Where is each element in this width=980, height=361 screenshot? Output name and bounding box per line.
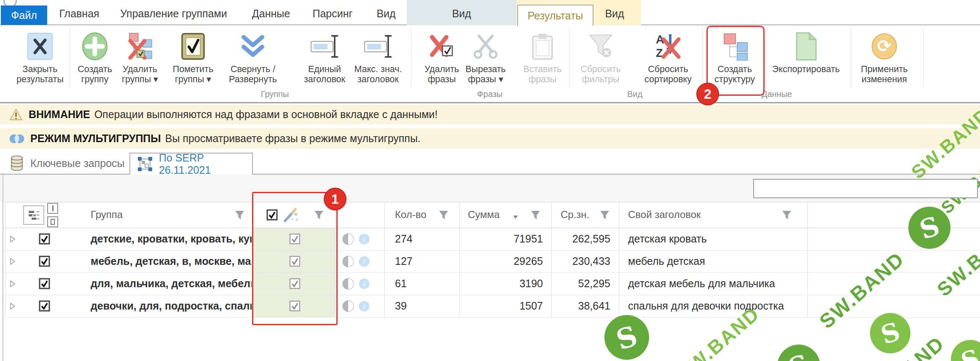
close-results-button[interactable]: Закрытьрезультаты [8, 27, 72, 100]
row-count-value: 274 [395, 233, 458, 245]
select-all-checkbox[interactable] [266, 209, 278, 222]
warning-title: ВНИМАНИЕ [29, 108, 90, 121]
delete-phrases-button[interactable]: Удалитьфразы [419, 27, 464, 100]
delete-groups-icon [127, 29, 153, 64]
max-title-button[interactable]: Макс. знач.заголовок [352, 27, 405, 100]
row-checkbox[interactable] [39, 233, 50, 246]
row-checkbox[interactable] [39, 256, 50, 269]
expander-icon[interactable] [9, 258, 16, 267]
svg-text:⟳: ⟳ [877, 36, 891, 56]
filter-custom-title-icon[interactable] [781, 210, 792, 222]
ribbon-group-separator [702, 29, 703, 88]
info-icon[interactable]: i [359, 234, 370, 246]
delete-groups-label: группы ▾ [122, 74, 158, 84]
row-checked-checkbox[interactable] [289, 278, 301, 291]
mark-groups-button[interactable]: Пометитьгруппы ▾ [166, 27, 220, 100]
create-group-label: Создать [78, 64, 112, 74]
filter-group-icon[interactable] [234, 210, 245, 222]
table-row[interactable]: девочки, для, подростка, спальня, кi3915… [5, 295, 980, 317]
tab-parsing[interactable]: Парсинг [312, 8, 352, 20]
tab-keyword-queries[interactable]: Ключевые запросы [3, 154, 125, 173]
row-checkbox[interactable] [39, 300, 50, 313]
row-sum-value: 1507 [468, 300, 543, 312]
create-group-button[interactable]: Создатьгруппу [70, 27, 119, 100]
expander-icon[interactable] [9, 280, 16, 289]
row-height-toggle-2[interactable] [47, 216, 58, 227]
serp-icon [137, 156, 153, 172]
export-button[interactable]: Экспортировать [765, 27, 847, 100]
row-group-text: девочки, для, подростка, спальня, к [91, 300, 252, 312]
cut-phrases-button[interactable]: Вырезатьфразы ▾ [461, 27, 510, 100]
row-custom-title-value: спальня для девочки подростка [628, 300, 805, 312]
half-circle-icon[interactable] [342, 300, 354, 314]
single-title-button[interactable]: Единыйзаголовок [297, 27, 352, 100]
collapse-expand-button[interactable]: Свернуть /Развернуть [223, 27, 283, 100]
reset-filters-button: Сброситьфильтры [576, 27, 625, 100]
search-input[interactable] [754, 180, 977, 197]
filter-avg-icon[interactable] [599, 210, 610, 222]
close-results-icon [27, 29, 53, 64]
reset-sorting-label: сортировку [644, 74, 692, 84]
tab-serp-results[interactable]: По SERP 26.11.2021 [129, 153, 253, 175]
row-avg-value: 38,641 [552, 300, 610, 312]
ribbon-group-label: Данные [762, 89, 792, 99]
row-sum-value: 3190 [468, 277, 543, 290]
max-title-label: Макс. знач. [354, 64, 402, 74]
info-icon[interactable]: i [359, 301, 370, 313]
sort-desc-icon[interactable] [513, 213, 518, 221]
svg-text:i: i [363, 235, 365, 243]
table-row[interactable]: мебель, детская, в, москве, магазинi1272… [5, 250, 980, 272]
row-checked-checkbox[interactable] [289, 233, 301, 246]
row-avg-value: 52,295 [552, 277, 610, 290]
ribbon-toolbar: ЗакрытьрезультатыСоздатьгруппуУдалитьгру… [0, 25, 980, 103]
reset-sorting-button[interactable]: AZСброситьсортировку [636, 27, 701, 100]
collapse-expand-label: Свернуть / [231, 64, 275, 74]
ribbon-group-label: Группы [261, 89, 289, 99]
column-header-avg: Ср.зн. [561, 209, 589, 221]
row-checkbox[interactable] [39, 278, 50, 291]
grid-options-button[interactable] [23, 205, 44, 225]
auto-mark-wand-icon[interactable] [282, 207, 299, 225]
row-checked-checkbox[interactable] [289, 256, 301, 269]
row-count-value: 39 [395, 300, 458, 312]
grid-left-border [3, 175, 3, 361]
tab-serp-results-label: По SERP 26.11.2021 [159, 152, 252, 176]
apply-changes-label: изменения [862, 74, 907, 84]
reset-filters-label: фильтры [582, 74, 619, 84]
half-circle-icon[interactable] [342, 256, 354, 269]
table-row[interactable]: детские, кроватки, кровать, купить,i2747… [5, 228, 980, 250]
tab-group-management[interactable]: Управление группами [120, 8, 227, 20]
tab-data[interactable]: Данные [252, 8, 290, 20]
expander-icon[interactable] [9, 235, 16, 245]
half-circle-icon[interactable] [342, 278, 354, 291]
expander-icon[interactable] [9, 302, 16, 312]
tab-results[interactable]: Результаты [517, 5, 593, 26]
delete-groups-button[interactable]: Удалитьгруппы ▾ [116, 27, 164, 100]
row-height-toggle-1[interactable] [47, 203, 58, 214]
tab-view-1[interactable]: Вид [376, 8, 395, 20]
paste-phrases-button: Вставитьфразы [519, 27, 566, 100]
tab-keyword-queries-label: Ключевые запросы [30, 157, 125, 170]
row-sum-value: 71951 [468, 233, 543, 245]
grid-row-border [5, 317, 980, 318]
tab-view-2[interactable]: Вид [452, 8, 471, 20]
row-checked-cell [253, 295, 335, 317]
row-checked-checkbox[interactable] [289, 300, 301, 313]
tab-view-3[interactable]: Вид [605, 8, 624, 20]
filter-count-icon[interactable] [438, 210, 449, 222]
ribbon-group-separator [923, 29, 924, 88]
info-icon[interactable]: i [359, 256, 370, 269]
mark-groups-label: группы ▾ [175, 74, 211, 84]
half-circle-icon[interactable] [342, 233, 354, 247]
create-structure-label: структуру [714, 74, 755, 84]
tab-home[interactable]: Главная [59, 8, 99, 20]
toggle-box-glyph [51, 219, 55, 225]
tab-file[interactable]: Файл [1, 5, 47, 25]
info-icon[interactable]: i [359, 278, 370, 291]
apply-changes-button[interactable]: ⟳Применитьизменения [854, 27, 915, 100]
mark-groups-label: Пометить [173, 64, 213, 74]
filter-sum-icon[interactable] [530, 210, 541, 222]
create-structure-button[interactable]: Создатьструктуру [709, 27, 761, 100]
filter-checked-icon[interactable] [314, 210, 324, 222]
table-row[interactable]: для, мальчика, детская, мебель, комi6131… [5, 272, 980, 295]
